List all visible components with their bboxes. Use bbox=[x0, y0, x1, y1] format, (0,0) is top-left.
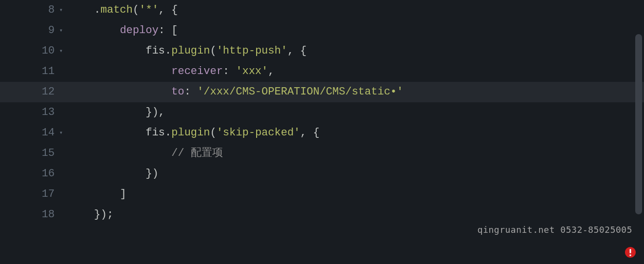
punct: , { bbox=[159, 4, 178, 16]
scrollbar[interactable] bbox=[635, 34, 642, 214]
line-number: 16 bbox=[42, 164, 57, 184]
code-content[interactable]: ] bbox=[68, 184, 126, 205]
code-line[interactable]: 10 ▾ fis.plugin('http-push', { bbox=[0, 41, 644, 61]
gutter: 16 bbox=[0, 164, 68, 184]
object-key: receiver bbox=[171, 65, 223, 77]
indent bbox=[68, 65, 171, 77]
gutter: 17 bbox=[0, 184, 68, 205]
line-number: 15 bbox=[42, 143, 57, 164]
line-number: 14 bbox=[42, 123, 57, 143]
fold-icon[interactable]: ▾ bbox=[57, 41, 65, 61]
code-line[interactable]: 18 }); bbox=[0, 205, 644, 225]
punct: , { bbox=[287, 45, 307, 57]
code-editor[interactable]: 8 ▾ .match('*', { 9 ▾ deploy: [ 10 ▾ fis… bbox=[0, 0, 644, 264]
punct: , { bbox=[300, 127, 320, 139]
code-content[interactable]: receiver: 'xxx', bbox=[68, 61, 274, 82]
code-content[interactable]: fis.plugin('skip-packed', { bbox=[68, 123, 320, 143]
code-line[interactable]: 14 ▾ fis.plugin('skip-packed', { bbox=[0, 123, 644, 143]
gutter: 8 ▾ bbox=[0, 0, 68, 20]
code-content[interactable]: .match('*', { bbox=[68, 0, 178, 20]
gutter: 10 ▾ bbox=[0, 41, 68, 61]
line-number: 11 bbox=[42, 61, 57, 82]
code-line[interactable]: 16 }) bbox=[0, 164, 644, 184]
method-name: plugin bbox=[171, 45, 210, 57]
svg-point-2 bbox=[629, 254, 631, 256]
punct: }) bbox=[145, 168, 158, 180]
watermark-text: qingruanit.net 0532-85025005 bbox=[478, 225, 632, 235]
string: '*' bbox=[139, 4, 159, 16]
gutter: 18 bbox=[0, 205, 68, 225]
indent bbox=[68, 45, 145, 57]
code-line-current[interactable]: 12 to: '/xxx/CMS-OPERATION/CMS/static•' bbox=[0, 82, 644, 102]
punct: ] bbox=[120, 188, 126, 200]
punct-dot: . bbox=[94, 4, 101, 16]
line-number: 8 bbox=[48, 0, 57, 20]
punct-dot: . bbox=[165, 45, 171, 57]
punct: ( bbox=[133, 4, 139, 16]
code-line[interactable]: 8 ▾ .match('*', { bbox=[0, 0, 644, 20]
punct: }), bbox=[145, 106, 165, 118]
comment: // 配置项 bbox=[171, 147, 223, 159]
code-content[interactable]: to: '/xxx/CMS-OPERATION/CMS/static•' bbox=[68, 82, 403, 102]
punct: , bbox=[268, 65, 274, 77]
code-line[interactable]: 9 ▾ deploy: [ bbox=[0, 20, 644, 41]
indent bbox=[68, 127, 145, 139]
code-content[interactable]: }) bbox=[68, 164, 159, 184]
line-number: 13 bbox=[42, 102, 57, 123]
fold-icon[interactable]: ▾ bbox=[57, 20, 65, 41]
line-number: 17 bbox=[42, 184, 57, 205]
indent bbox=[68, 208, 94, 221]
object-key: deploy bbox=[120, 24, 159, 37]
object-key: to bbox=[171, 86, 184, 98]
svg-rect-1 bbox=[630, 249, 631, 253]
punct: ( bbox=[210, 127, 216, 139]
line-number: 18 bbox=[42, 205, 57, 225]
string: 'http-push' bbox=[217, 45, 287, 57]
punct-dot: . bbox=[165, 127, 171, 139]
punct: : bbox=[184, 86, 197, 98]
punct: ( bbox=[210, 45, 216, 57]
gutter: 9 ▾ bbox=[0, 20, 68, 41]
code-content[interactable]: }), bbox=[68, 102, 165, 123]
method-name: match bbox=[101, 4, 133, 16]
gutter: 15 bbox=[0, 143, 68, 164]
code-content[interactable]: deploy: [ bbox=[68, 20, 178, 41]
code-content[interactable]: }); bbox=[68, 205, 113, 225]
indent bbox=[68, 86, 171, 98]
code-content[interactable]: fis.plugin('http-push', { bbox=[68, 41, 307, 61]
gutter: 11 bbox=[0, 61, 68, 82]
code-line[interactable]: 11 receiver: 'xxx', bbox=[0, 61, 644, 82]
identifier: fis bbox=[145, 45, 165, 57]
punct: }); bbox=[94, 208, 114, 221]
indent bbox=[68, 168, 145, 180]
line-number: 12 bbox=[42, 82, 57, 102]
indent bbox=[68, 188, 120, 200]
indent bbox=[68, 106, 145, 118]
string: '/xxx/CMS-OPERATION/CMS/static•' bbox=[197, 86, 403, 98]
identifier: fis bbox=[145, 127, 165, 139]
gutter: 13 bbox=[0, 102, 68, 123]
indent bbox=[68, 147, 171, 159]
code-line[interactable]: 15 // 配置项 bbox=[0, 143, 644, 164]
gutter: 14 ▾ bbox=[0, 123, 68, 143]
string: 'skip-packed' bbox=[217, 127, 301, 139]
code-line[interactable]: 17 ] bbox=[0, 184, 644, 205]
method-name: plugin bbox=[171, 127, 210, 139]
gutter: 12 bbox=[0, 82, 68, 102]
fold-icon[interactable]: ▾ bbox=[57, 0, 65, 20]
code-line[interactable]: 13 }), bbox=[0, 102, 644, 123]
punct: : [ bbox=[159, 24, 178, 37]
line-number: 10 bbox=[42, 41, 57, 61]
code-content[interactable]: // 配置项 bbox=[68, 143, 223, 164]
error-icon[interactable] bbox=[624, 246, 636, 258]
fold-icon[interactable]: ▾ bbox=[57, 123, 65, 143]
line-number: 9 bbox=[48, 20, 57, 41]
string: 'xxx' bbox=[236, 65, 268, 77]
indent bbox=[68, 24, 120, 37]
punct: : bbox=[223, 65, 236, 77]
indent bbox=[68, 4, 94, 16]
